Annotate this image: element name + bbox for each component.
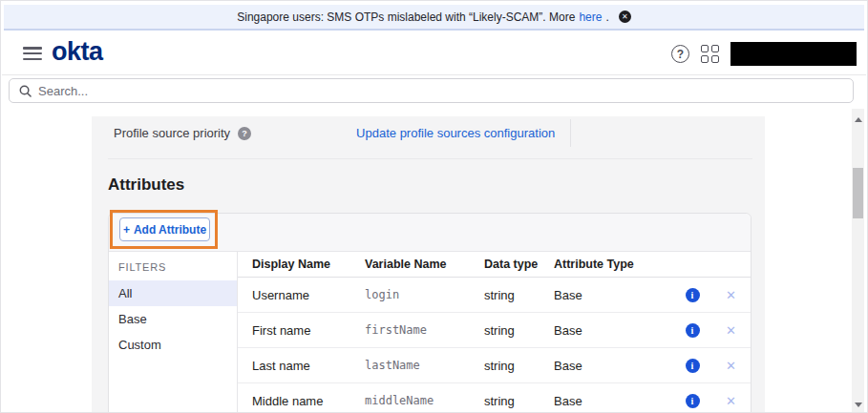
cell-display-name: First name: [238, 323, 365, 338]
search-input[interactable]: [38, 84, 843, 98]
banner-here-link[interactable]: here: [579, 10, 602, 24]
table-header-row: Display Name Variable Name Data type Att…: [238, 252, 751, 278]
cell-attribute-type: Base: [554, 323, 673, 338]
cell-attribute-type: Base: [554, 394, 673, 408]
cell-data-type: string: [484, 394, 554, 408]
banner-message-suffix: .: [605, 10, 608, 24]
cell-display-name: Last name: [238, 359, 365, 373]
cell-attribute-type: Base: [554, 359, 673, 373]
scroll-down-icon[interactable]: [855, 403, 862, 407]
scroll-up-icon[interactable]: [855, 117, 862, 122]
filters-sidebar: FILTERS All Base Custom: [109, 252, 238, 413]
cell-variable-name: lastName: [365, 359, 484, 372]
cell-variable-name: firstName: [365, 323, 484, 337]
remove-attribute-icon[interactable]: ✕: [726, 359, 736, 373]
cell-display-name: Username: [238, 288, 365, 302]
profile-source-help-icon[interactable]: ?: [238, 127, 251, 140]
okta-logo: okta: [52, 37, 103, 67]
cell-attribute-type: Base: [554, 288, 673, 302]
col-attribute-type: Attribute Type: [554, 258, 673, 271]
filter-item-custom[interactable]: Custom: [109, 332, 237, 358]
attributes-card: + Add Attribute FILTERS All Base Custom …: [108, 213, 752, 413]
info-icon[interactable]: i: [686, 323, 700, 338]
horizontal-divider: [108, 158, 752, 159]
apps-grid-icon[interactable]: [701, 45, 719, 63]
banner-close-icon[interactable]: ✕: [619, 10, 631, 23]
cell-display-name: Middle name: [238, 394, 365, 408]
filters-heading: FILTERS: [109, 258, 237, 280]
cell-data-type: string: [484, 288, 554, 302]
attributes-heading: Attributes: [108, 176, 184, 195]
redacted-account-info: [730, 42, 857, 66]
col-variable-name: Variable Name: [365, 258, 484, 271]
info-icon[interactable]: i: [686, 394, 700, 408]
remove-attribute-icon[interactable]: ✕: [726, 323, 736, 338]
attributes-table: Display Name Variable Name Data type Att…: [238, 252, 751, 413]
col-data-type: Data type: [484, 258, 554, 271]
help-icon[interactable]: ?: [671, 45, 689, 63]
table-row: Last name lastName string Base i ✕: [238, 348, 751, 383]
info-icon[interactable]: i: [686, 288, 700, 302]
info-icon[interactable]: i: [686, 359, 700, 373]
scrollbar-thumb[interactable]: [853, 168, 863, 218]
cell-data-type: string: [484, 323, 554, 338]
okta-admin-window: Singapore users: SMS OTPs mislabeled wit…: [0, 0, 868, 413]
hamburger-menu-icon[interactable]: [23, 47, 42, 60]
profile-source-priority-label: Profile source priority: [114, 126, 230, 140]
search-icon: [19, 85, 32, 97]
remove-attribute-icon[interactable]: ✕: [726, 394, 736, 408]
app-header: okta ?: [2, 32, 866, 75]
notification-banner: Singapore users: SMS OTPs mislabeled wit…: [4, 5, 864, 31]
vertical-scrollbar[interactable]: [852, 109, 864, 412]
update-profile-sources-link[interactable]: Update profile sources configuration: [356, 126, 555, 140]
cell-variable-name: login: [365, 288, 484, 301]
annotation-highlight-box: [110, 210, 218, 249]
filter-item-base[interactable]: Base: [109, 306, 237, 332]
global-search: [9, 78, 854, 103]
table-row: Middle name middleName string Base i ✕: [238, 383, 751, 413]
banner-message: Singapore users: SMS OTPs mislabeled wit…: [237, 10, 575, 24]
table-row: First name firstName string Base i ✕: [238, 313, 751, 348]
col-display-name: Display Name: [238, 258, 365, 271]
table-row: Username login string Base i ✕: [238, 278, 751, 313]
section-divider: [570, 119, 571, 147]
profile-editor-panel: Profile source priority ? Update profile…: [92, 116, 765, 412]
filter-item-all[interactable]: All: [109, 280, 237, 306]
cell-variable-name: middleName: [365, 394, 484, 407]
remove-attribute-icon[interactable]: ✕: [726, 288, 736, 302]
cell-data-type: string: [484, 359, 554, 373]
attributes-card-header: + Add Attribute: [109, 214, 751, 252]
